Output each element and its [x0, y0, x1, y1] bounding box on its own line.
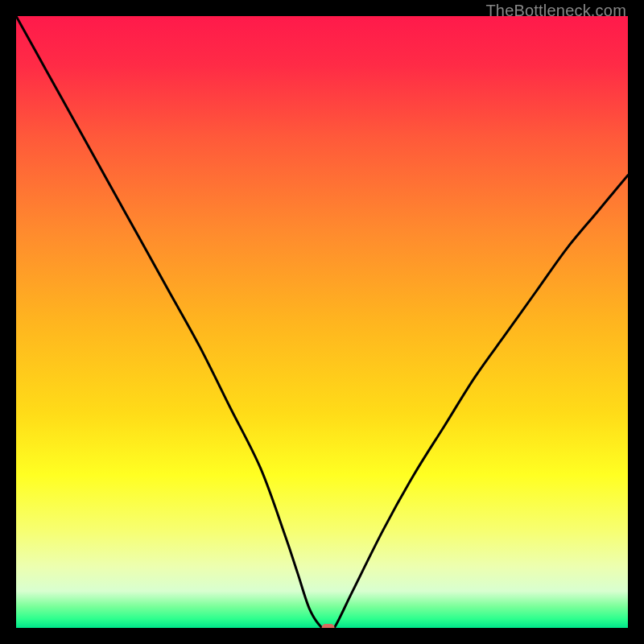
gradient-background: [16, 16, 628, 628]
watermark-text: TheBottleneck.com: [485, 2, 626, 20]
chart-frame: TheBottleneck.com: [0, 0, 644, 644]
optimum-marker: [322, 624, 335, 628]
plot-area: [16, 16, 628, 628]
chart-svg: [16, 16, 628, 628]
